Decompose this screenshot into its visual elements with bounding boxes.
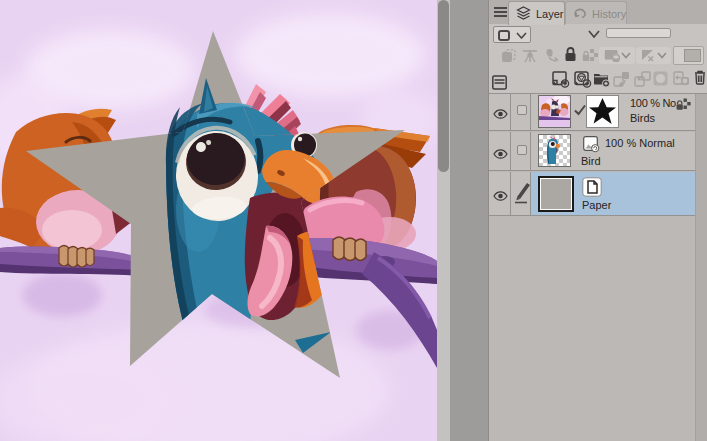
chevron-down-icon [516,32,527,39]
visibility-cell[interactable] [489,172,511,215]
layer-color-swatch [684,49,701,62]
canvas-viewport[interactable] [0,0,437,441]
tab-history[interactable]: History [565,1,627,24]
draft-layer-icon [641,49,656,63]
apply-mask-to-layer-icon[interactable] [673,71,689,86]
create-layer-mask-icon[interactable] [653,71,668,86]
new-layer-folder-icon[interactable] [593,71,611,88]
opacity-slider[interactable] [606,28,671,38]
layer-row-bird[interactable]: 100 % Normal Bird [489,132,695,171]
layer-palette: Layer History [488,0,707,441]
draft-chevron-icon [657,52,668,59]
editing-target-cell[interactable] [511,172,531,215]
reference-chevron-icon [621,52,632,59]
layer-list-scrollbar[interactable] [695,94,707,441]
canvas-artwork [0,0,437,441]
layer-name: Birds [630,112,655,124]
layer-opacity-blend-label: 100 % Normal [630,97,676,109]
layer-color-swatch-button[interactable] [673,46,704,65]
transfer-to-lower-layer-icon[interactable] [613,71,630,87]
canvas-vertical-scrollbar[interactable] [437,0,450,441]
layer-palette-content: 100 % Normal Birds [489,24,707,441]
new-layer-settings-icon[interactable] [574,71,592,88]
history-icon [573,6,588,21]
editing-target-pen-icon [513,180,532,204]
eye-icon[interactable] [493,187,508,197]
layer-row-content[interactable]: 100 % Normal Birds [531,94,695,130]
layer-list: 100 % Normal Birds [489,93,707,441]
layers-stack-icon [516,6,531,21]
palette-tabbar: Layer History [489,0,707,25]
delete-layer-icon[interactable] [694,70,706,85]
locked-transparency-badge-icon [676,98,691,111]
checkbox[interactable] [517,105,527,115]
editing-target-cell[interactable] [511,94,531,130]
lock-transparent-pixels-icon[interactable] [582,48,599,62]
eye-icon[interactable] [493,145,508,155]
paper-layer-icon [582,177,602,197]
layer-thumbnail[interactable] [538,176,574,212]
merge-with-lower-layer-icon[interactable] [634,71,651,87]
layer-thumbnail[interactable] [538,95,571,128]
layer-row-birds[interactable]: 100 % Normal Birds [489,94,695,131]
visibility-cell[interactable] [489,132,511,170]
tab-history-label: History [592,8,626,20]
layer-row-paper[interactable]: Paper [489,172,695,216]
new-raster-layer-icon[interactable] [552,71,570,88]
eye-icon[interactable] [493,105,508,115]
clip-to-layer-below-icon[interactable] [501,49,516,63]
set-as-draft-layer-button[interactable] [636,47,671,64]
reference-layer-icon [604,49,620,63]
layer-name: Paper [582,199,611,211]
blend-square-icon [498,30,510,41]
layer-thumbnail[interactable] [538,134,571,167]
layer-opacity-blend-label: 100 % Normal [605,137,693,149]
set-as-reference-layer-button[interactable] [599,47,635,64]
tab-layer-label: Layer [536,8,564,20]
tab-layer[interactable]: Layer [508,1,565,25]
palette-menu-button[interactable] [494,7,507,18]
layer-mask-thumbnail[interactable] [586,95,619,128]
image-material-layer-icon [583,136,600,153]
lock-layer-icon[interactable] [564,47,577,62]
checkbox[interactable] [517,145,527,155]
visibility-cell[interactable] [489,94,511,130]
onion-skin-icon[interactable] [544,48,559,63]
canvas-vertical-scrollbar-thumb[interactable] [438,0,449,172]
layer-row-content[interactable]: 100 % Normal Bird [531,132,695,170]
application-window: Layer History [0,0,707,441]
enable-keyframes-icon[interactable] [522,48,538,63]
palette-view-mode-icon[interactable] [492,75,507,90]
dock-gutter [450,0,488,441]
mask-enabled-check-icon[interactable] [574,104,586,116]
layer-row-content[interactable]: Paper [531,172,695,215]
blending-mode-dropdown[interactable] [493,26,531,43]
expression-dropdown-chevron-icon[interactable] [588,30,599,37]
editing-target-cell[interactable] [511,132,531,170]
layer-name: Bird [581,155,601,167]
